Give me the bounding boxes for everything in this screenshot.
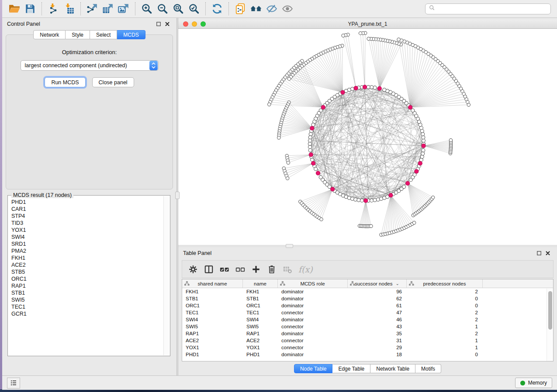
table-cell[interactable]: PHD1 [243,351,278,358]
mcds-result-item[interactable]: ACE2 [11,261,163,268]
table-cell[interactable]: 46 [348,316,407,323]
maximize-window-light[interactable] [201,21,206,27]
eye-icon[interactable] [280,2,295,15]
import-table-icon[interactable] [61,2,77,15]
splitter-handle[interactable] [286,244,293,248]
mcds-result-item[interactable]: YOX1 [11,227,163,234]
column-header-successor-nodes[interactable]: successor nodes⌄ [348,279,407,288]
mcds-result-item[interactable]: SRD1 [11,241,163,248]
table-cell[interactable]: 47 [348,309,407,316]
homes-icon[interactable] [248,2,264,15]
table-cell[interactable]: SWI5 [182,323,243,330]
mcds-result-item[interactable]: PMA2 [11,248,163,254]
search-box[interactable] [425,3,551,14]
column-header-MCDS-role[interactable]: MCDS role [278,279,348,288]
memory-button[interactable]: Memory [515,378,552,388]
export-table-icon[interactable] [100,2,116,15]
table-cell[interactable]: RAP1 [243,330,278,337]
mcds-result-item[interactable]: SWI5 [11,296,163,303]
table-row[interactable]: TEC1TEC1connector472 [182,309,553,316]
mcds-result-item[interactable]: PHD1 [11,199,163,206]
export-network-icon[interactable] [84,2,100,15]
tab-motifs[interactable]: Motifs [415,364,441,373]
zoom-out-icon[interactable] [155,2,170,15]
checked-pair-icon[interactable] [218,263,231,275]
mcds-result-list[interactable]: PHD1CAR1STP4TID3YOX1SWI4SRD1PMA2FKH1ACE2… [8,196,163,355]
column-header-shared-name[interactable]: shared name [182,279,243,288]
gear-icon[interactable] [187,263,200,275]
mcds-result-item[interactable]: RAP1 [11,282,163,289]
tab-edge-table[interactable]: Edge Table [332,364,370,373]
table-cell[interactable]: SWI4 [243,316,278,323]
mcds-result-item[interactable]: STP4 [11,213,163,220]
mcds-result-item[interactable]: GCR1 [11,310,163,317]
table-cell[interactable]: YOX1 [182,344,243,351]
import-network-icon[interactable] [45,2,61,15]
table-cell[interactable]: 2 [407,316,483,323]
column-header-name[interactable]: name [243,279,278,288]
table-cell[interactable]: YOX1 [243,344,278,351]
table-scrollbar[interactable] [547,289,553,361]
table-cell[interactable]: 18 [348,351,407,358]
table-cell[interactable]: dominator [278,316,348,323]
tab-network[interactable]: Network [33,30,66,39]
column-header-predecessor-nodes[interactable]: predecessor nodes [407,279,483,288]
close-panel-icon[interactable] [163,20,172,28]
mcds-result-item[interactable]: FKH1 [11,254,163,261]
table-cell[interactable]: 2 [407,288,483,295]
mcds-result-item[interactable]: TEC1 [11,303,163,310]
table-row[interactable]: YOX1YOX1connector291 [182,344,553,351]
mcds-result-item[interactable]: SWI4 [11,234,163,241]
table-cell[interactable]: TEC1 [182,309,243,316]
open-folder-icon[interactable] [7,2,22,15]
table-cell[interactable]: 43 [348,323,407,330]
task-history-button[interactable] [7,378,20,389]
splitter-handle[interactable] [175,192,180,199]
table-cell[interactable]: dominator [278,351,348,358]
table-cell[interactable]: STB1 [182,295,243,302]
mcds-result-item[interactable]: CAR1 [11,206,163,213]
tab-network-table[interactable]: Network Table [370,364,415,373]
tab-style[interactable]: Style [66,30,90,39]
table-cell[interactable]: 1 [407,344,483,351]
network-canvas[interactable] [178,29,557,245]
table-row[interactable]: RAP1RAP1dominator352 [182,330,553,337]
table-cell[interactable]: 62 [348,295,407,302]
zoom-in-icon[interactable] [139,2,155,15]
table-cell[interactable]: 2 [407,330,483,337]
table-cell[interactable]: 35 [348,330,407,337]
table-cell[interactable]: SWI5 [243,323,278,330]
zoom-fit-icon[interactable] [170,2,186,15]
columns-icon[interactable] [202,263,215,275]
save-icon[interactable] [22,2,38,15]
tab-node-table[interactable]: Node Table [294,364,333,373]
table-cell[interactable]: connector [278,323,348,330]
table-row[interactable]: SWI4SWI4dominator462 [182,316,553,323]
trash-icon[interactable] [265,263,278,275]
table-cell[interactable]: 96 [348,288,407,295]
close-panel-button[interactable]: Close panel [92,77,134,87]
minimize-window-light[interactable] [192,21,197,27]
mcds-result-item[interactable]: ORC1 [11,275,163,282]
table-cell[interactable]: ACE2 [182,337,243,344]
plus-icon[interactable] [249,263,263,275]
tab-select[interactable]: Select [90,30,117,39]
table-cell[interactable]: ACE2 [243,337,278,344]
table-cell[interactable]: dominator [278,295,348,302]
table-cell[interactable]: 0 [407,351,483,358]
search-input[interactable] [437,5,547,12]
table-cell[interactable]: connector [278,344,348,351]
table-cell[interactable]: dominator [278,288,348,295]
table-cell[interactable]: 31 [348,337,407,344]
table-cell[interactable]: RAP1 [182,330,243,337]
table-row[interactable]: STB1STB1dominator620 [182,295,553,302]
table-row[interactable]: SWI5SWI5connector431 [182,323,553,330]
unchecked-pair-icon[interactable] [234,263,247,275]
export-image-icon[interactable] [116,2,131,15]
refresh-icon[interactable] [209,2,225,15]
network-satellite-nodes[interactable] [268,31,471,236]
table-cell[interactable]: 1 [407,337,483,344]
vertical-splitter[interactable] [176,18,178,375]
table-scrollbar-thumb[interactable] [548,291,552,330]
table-cell[interactable]: FKH1 [243,288,278,295]
